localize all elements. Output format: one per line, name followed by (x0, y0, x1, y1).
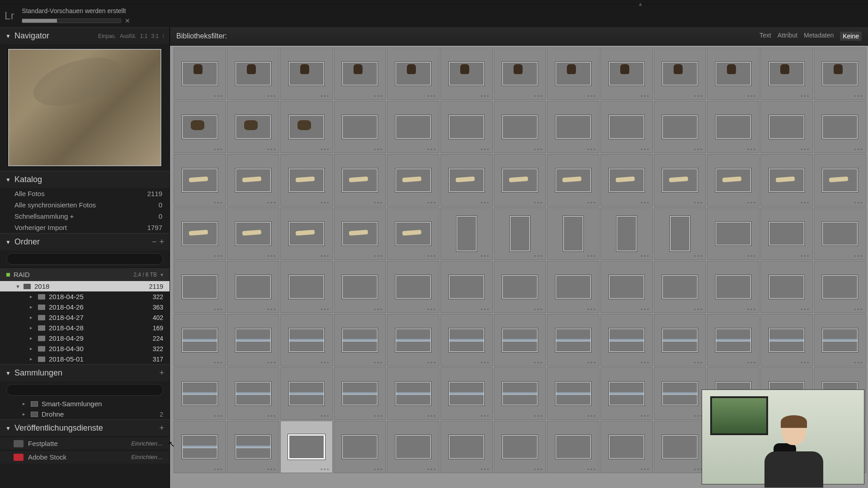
thumbnail-cell[interactable]: ∘∘∘ (814, 101, 866, 153)
thumbnail-cell[interactable]: ∘∘∘ (600, 101, 653, 153)
folder-year[interactable]: ▼ 2018 2119 (0, 281, 170, 291)
thumbnail-grid[interactable]: ∘∘∘∘∘∘∘∘∘∘∘∘∘∘∘∘∘∘∘∘∘∘∘∘∘∘∘∘∘∘∘∘∘∘∘∘∘∘∘∘… (170, 46, 868, 488)
thumbnail-cell[interactable]: ∘∘∘ (654, 207, 706, 260)
thumbnail-cell[interactable]: ∘∘∘ (654, 154, 706, 206)
thumbnail-cell[interactable]: ∘∘∘ (387, 421, 439, 473)
disclosure-icon[interactable]: ▸ (30, 356, 36, 362)
publish-header[interactable]: ▼ Veröffentlichungsdienste + (0, 419, 170, 436)
thumbnail-cell[interactable]: ∘∘∘ (174, 207, 226, 260)
thumbnail-cell[interactable]: ∘∘∘ (600, 47, 653, 100)
disclosure-icon[interactable]: ▸ (30, 335, 36, 341)
thumbnail-cell[interactable]: ∘∘∘ (760, 261, 813, 313)
remove-folder-button[interactable]: − (152, 237, 157, 247)
add-folder-button[interactable]: + (159, 237, 164, 247)
thumbnail-cell[interactable]: ∘∘∘ (334, 154, 386, 206)
thumbnail-cell[interactable]: ∘∘∘ (387, 47, 439, 100)
folder-date[interactable]: ▸2018-04-26363 (0, 302, 170, 312)
thumbnail-cell[interactable]: ∘∘∘ (440, 47, 493, 100)
nav-opt-more[interactable]: ⁝ (162, 33, 164, 39)
catalog-row[interactable]: Alle Fotos2119 (0, 188, 170, 199)
thumbnail-cell[interactable]: ∘∘∘ (334, 314, 386, 366)
thumbnail-cell[interactable]: ∘∘∘ (547, 314, 599, 366)
thumbnail-cell[interactable]: ∘∘∘ (547, 367, 599, 420)
thumbnail-cell[interactable]: ∘∘∘ (494, 367, 546, 420)
thumbnail-cell[interactable]: ∘∘∘ (707, 101, 760, 153)
disclosure-icon[interactable]: ▼ (15, 284, 22, 289)
thumbnail-cell[interactable]: ∘∘∘ (227, 314, 279, 366)
thumbnail-cell[interactable]: ∘∘∘ (654, 47, 706, 100)
add-collection-button[interactable]: + (159, 368, 164, 378)
folders-header[interactable]: ▼ Ordner − + (0, 233, 170, 250)
thumbnail-cell[interactable]: ∘∘∘ (174, 314, 226, 366)
thumbnail-cell[interactable]: ∘∘∘ (440, 261, 493, 313)
thumbnail-cell[interactable]: ∘∘∘ (814, 154, 866, 206)
thumbnail-cell[interactable]: ∘∘∘ (654, 261, 706, 313)
thumbnail-cell[interactable]: ∘∘∘ (334, 421, 386, 473)
thumbnail-cell[interactable]: ∘∘∘ (760, 47, 813, 100)
thumbnail-cell[interactable]: ∘∘∘ (760, 207, 813, 260)
thumbnail-cell[interactable]: ∘∘∘ (227, 421, 279, 473)
nav-opt-3to1[interactable]: 3:1 (151, 33, 159, 39)
thumbnail-cell[interactable]: ∘∘∘ (174, 367, 226, 420)
thumbnail-cell[interactable]: ∘∘∘ (387, 314, 439, 366)
thumbnail-cell[interactable]: ∘∘∘ (280, 154, 333, 206)
filter-attribute[interactable]: Attribut (778, 32, 797, 41)
thumbnail-cell[interactable]: ∘∘∘ (600, 207, 653, 260)
thumbnail-cell[interactable]: ∘∘∘ (174, 47, 226, 100)
thumbnail-cell[interactable]: ∘∘∘ (387, 261, 439, 313)
thumbnail-cell[interactable]: ∘∘∘ (280, 47, 333, 100)
thumbnail-cell[interactable]: ∘∘∘ (494, 261, 546, 313)
thumbnail-cell[interactable]: ∘∘∘ (654, 421, 706, 473)
thumbnail-cell[interactable]: ∘∘∘ (334, 261, 386, 313)
thumbnail-cell[interactable]: ∘∘∘ (280, 101, 333, 153)
thumbnail-cell[interactable]: ∘∘∘ (440, 101, 493, 153)
thumbnail-cell[interactable]: ∘∘∘ (174, 101, 226, 153)
nav-opt-1to1[interactable]: 1:1 (140, 33, 148, 39)
thumbnail-cell[interactable]: ∘∘∘ (440, 367, 493, 420)
thumbnail-cell[interactable]: ∘∘∘ (227, 261, 279, 313)
thumbnail-cell[interactable]: ∘∘∘ (547, 47, 599, 100)
disclosure-icon[interactable]: ▼ (5, 33, 11, 39)
collection-row[interactable]: ▸Drohne2 (0, 409, 170, 419)
thumbnail-cell[interactable]: ∘∘∘ (814, 47, 866, 100)
thumbnail-cell[interactable]: ∘∘∘ (440, 207, 493, 260)
thumbnail-cell[interactable]: ∘∘∘ (387, 207, 439, 260)
thumbnail-cell[interactable]: ∘∘∘ (227, 367, 279, 420)
folder-date[interactable]: ▸2018-04-28169 (0, 323, 170, 333)
catalog-header[interactable]: ▼ Katalog (0, 171, 170, 188)
thumbnail-cell[interactable]: ∘∘∘ (600, 421, 653, 473)
nav-opt-fit[interactable]: Einpas. (98, 33, 116, 39)
thumbnail-cell[interactable]: ∘∘∘ (440, 421, 493, 473)
thumbnail-cell[interactable]: ∘∘∘ (600, 154, 653, 206)
thumbnail-cell[interactable]: ∘∘∘ (707, 261, 760, 313)
thumbnail-cell[interactable]: ∘∘∘ (174, 261, 226, 313)
thumbnail-cell[interactable]: ∘∘∘ (494, 47, 546, 100)
folder-date[interactable]: ▸2018-04-29224 (0, 333, 170, 343)
thumbnail-cell[interactable]: ∘∘∘ (494, 421, 546, 473)
thumbnail-cell[interactable]: ∘∘∘ (547, 421, 599, 473)
thumbnail-cell[interactable]: ∘∘∘ (227, 207, 279, 260)
collection-row[interactable]: ▸Smart-Sammlungen (0, 399, 170, 409)
thumbnail-cell[interactable]: ∘∘∘ (707, 314, 760, 366)
thumbnail-cell[interactable]: ∘∘∘ (280, 261, 333, 313)
collection-filter-input[interactable] (6, 384, 163, 396)
thumbnail-cell[interactable]: ∘∘∘ (547, 154, 599, 206)
thumbnail-cell[interactable]: ∘∘∘ (707, 154, 760, 206)
thumbnail-cell[interactable]: ∘∘∘ (494, 101, 546, 153)
thumbnail-cell[interactable]: ∘∘∘ (600, 367, 653, 420)
thumbnail-cell[interactable]: ∘∘∘ (334, 207, 386, 260)
folder-date[interactable]: ▸2018-04-27402 (0, 312, 170, 323)
folder-filter-input[interactable] (6, 253, 163, 265)
disclosure-icon[interactable]: ▸ (30, 294, 36, 300)
thumbnail-cell[interactable]: ∘∘∘ (654, 314, 706, 366)
thumbnail-cell[interactable]: ∘∘∘ (547, 101, 599, 153)
thumbnail-cell[interactable]: ∘∘∘ (440, 154, 493, 206)
thumbnail-cell[interactable]: ∘∘∘ (600, 314, 653, 366)
publish-setup-link[interactable]: Einrichten… (131, 454, 163, 460)
navigator-header[interactable]: ▼ Navigator Einpas. Ausfül. 1:1 3:1 ⁝ (0, 27, 170, 44)
thumbnail-cell[interactable]: ∘∘∘ (494, 154, 546, 206)
thumbnail-cell[interactable]: ∘∘∘ (707, 47, 760, 100)
thumbnail-cell[interactable]: ∘∘∘ (174, 421, 226, 473)
filter-metadata[interactable]: Metadaten (804, 32, 834, 41)
volume-row[interactable]: RAID 2,4 / 8 TB ▾ (0, 267, 170, 281)
